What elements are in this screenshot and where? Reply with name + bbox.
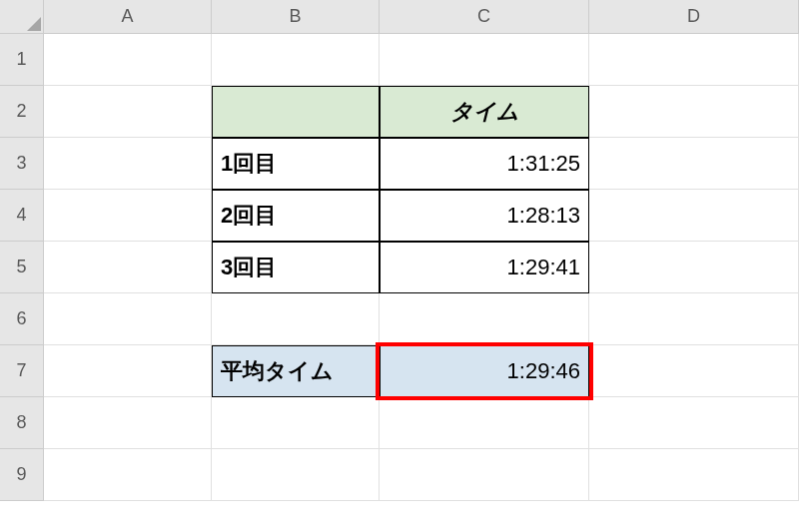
row-header-1[interactable]: 1 xyxy=(0,34,44,86)
spreadsheet-grid[interactable]: A B C D 1 2 タイム 3 1回目 1:31:25 4 2回目 1:28… xyxy=(0,0,799,501)
cell-c2-time-header[interactable]: タイム xyxy=(380,86,589,138)
row-header-6[interactable]: 6 xyxy=(0,293,44,345)
cell-d3[interactable] xyxy=(589,138,799,190)
cell-b2[interactable] xyxy=(212,86,380,138)
row-header-2[interactable]: 2 xyxy=(0,86,44,138)
cell-c6[interactable] xyxy=(380,293,589,345)
row-header-3[interactable]: 3 xyxy=(0,138,44,190)
row-header-4[interactable]: 4 xyxy=(0,190,44,242)
cell-a7[interactable] xyxy=(44,345,212,397)
cell-a6[interactable] xyxy=(44,293,212,345)
cell-c8[interactable] xyxy=(380,397,589,449)
cell-d2[interactable] xyxy=(589,86,799,138)
cell-b4-label[interactable]: 2回目 xyxy=(212,190,380,242)
cell-c9[interactable] xyxy=(380,449,589,501)
cell-c7-avg-value[interactable]: 1:29:46 xyxy=(380,345,589,397)
col-header-d[interactable]: D xyxy=(589,0,799,34)
cell-c4-value[interactable]: 1:28:13 xyxy=(380,190,589,242)
cell-b7-avg-label[interactable]: 平均タイム xyxy=(212,345,380,397)
cell-a2[interactable] xyxy=(44,86,212,138)
cell-c5-value[interactable]: 1:29:41 xyxy=(380,242,589,293)
col-header-c[interactable]: C xyxy=(380,0,589,34)
row-header-9[interactable]: 9 xyxy=(0,449,44,501)
cell-b6[interactable] xyxy=(212,293,380,345)
row-header-5[interactable]: 5 xyxy=(0,242,44,293)
cell-d6[interactable] xyxy=(589,293,799,345)
cell-c3-value[interactable]: 1:31:25 xyxy=(380,138,589,190)
cell-a5[interactable] xyxy=(44,242,212,293)
cell-a1[interactable] xyxy=(44,34,212,86)
cell-b9[interactable] xyxy=(212,449,380,501)
col-header-b[interactable]: B xyxy=(212,0,380,34)
cell-b8[interactable] xyxy=(212,397,380,449)
cell-d8[interactable] xyxy=(589,397,799,449)
cell-a9[interactable] xyxy=(44,449,212,501)
cell-d9[interactable] xyxy=(589,449,799,501)
cell-d5[interactable] xyxy=(589,242,799,293)
cell-d4[interactable] xyxy=(589,190,799,242)
row-header-8[interactable]: 8 xyxy=(0,397,44,449)
cell-d1[interactable] xyxy=(589,34,799,86)
cell-b5-label[interactable]: 3回目 xyxy=(212,242,380,293)
col-header-a[interactable]: A xyxy=(44,0,212,34)
cell-c1[interactable] xyxy=(380,34,589,86)
select-all-corner[interactable] xyxy=(0,0,44,34)
cell-b1[interactable] xyxy=(212,34,380,86)
cell-a3[interactable] xyxy=(44,138,212,190)
cell-a8[interactable] xyxy=(44,397,212,449)
cell-b3-label[interactable]: 1回目 xyxy=(212,138,380,190)
cell-a4[interactable] xyxy=(44,190,212,242)
row-header-7[interactable]: 7 xyxy=(0,345,44,397)
cell-d7[interactable] xyxy=(589,345,799,397)
